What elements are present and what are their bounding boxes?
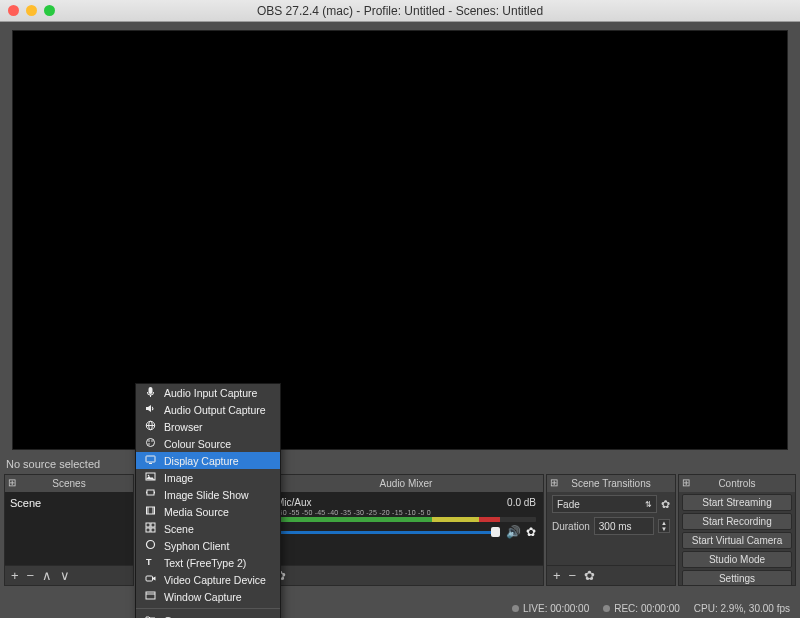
add-transition-button[interactable]: + bbox=[553, 569, 561, 582]
transitions-title: Scene Transitions bbox=[571, 478, 651, 489]
window-title: OBS 27.2.4 (mac) - Profile: Untitled - S… bbox=[0, 4, 800, 18]
display-icon bbox=[144, 454, 157, 467]
gear-icon[interactable]: ✿ bbox=[526, 525, 536, 539]
speaker-icon[interactable]: 🔊 bbox=[506, 525, 521, 539]
transition-select[interactable]: Fade ⇅ bbox=[552, 495, 657, 513]
source-type-text-freetype-2-[interactable]: Text (FreeType 2) bbox=[136, 554, 280, 571]
remove-transition-button[interactable]: − bbox=[569, 569, 577, 582]
camera-icon bbox=[144, 573, 157, 586]
controls-panel: ⊞Controls Start Streaming Start Recordin… bbox=[678, 474, 796, 586]
add-scene-button[interactable]: + bbox=[11, 569, 19, 582]
source-type-browser[interactable]: Browser bbox=[136, 418, 280, 435]
duration-stepper[interactable]: ▲▼ bbox=[658, 519, 670, 533]
source-type-colour-source[interactable]: Colour Source bbox=[136, 435, 280, 452]
minimize-icon[interactable] bbox=[26, 5, 37, 16]
scenes-title: Scenes bbox=[52, 478, 85, 489]
mic-icon bbox=[144, 386, 157, 399]
dock-icon[interactable]: ⊞ bbox=[8, 477, 16, 488]
rec-status: REC: 00:00:00 bbox=[603, 603, 680, 614]
text-icon bbox=[144, 556, 157, 569]
transitions-panel: ⊞Scene Transitions Fade ⇅ ✿ Duration 300… bbox=[546, 474, 676, 586]
chevron-updown-icon: ⇅ bbox=[645, 500, 652, 509]
window-icon bbox=[144, 590, 157, 603]
slides-icon bbox=[144, 488, 157, 501]
dock-icon[interactable]: ⊞ bbox=[550, 477, 558, 488]
speaker-icon bbox=[144, 403, 157, 416]
folder-icon bbox=[144, 614, 157, 618]
maximize-icon[interactable] bbox=[44, 5, 55, 16]
scenes-panel: ⊞Scenes Scene + − ∧ ∨ bbox=[4, 474, 134, 586]
mixer-scale: -60 -55 -50 -45 -40 -35 -30 -25 -20 -15 … bbox=[276, 509, 536, 516]
source-type-image[interactable]: Image bbox=[136, 469, 280, 486]
source-type-video-capture-device[interactable]: Video Capture Device bbox=[136, 571, 280, 588]
add-source-context-menu: Audio Input CaptureAudio Output CaptureB… bbox=[135, 383, 281, 618]
transition-gear-icon[interactable]: ✿ bbox=[661, 498, 670, 511]
close-icon[interactable] bbox=[8, 5, 19, 16]
duration-input[interactable]: 300 ms bbox=[594, 517, 654, 535]
source-type-audio-input-capture[interactable]: Audio Input Capture bbox=[136, 384, 280, 401]
volume-slider[interactable] bbox=[276, 527, 500, 537]
source-type-display-capture[interactable]: Display Capture bbox=[136, 452, 280, 469]
source-type-window-capture[interactable]: Window Capture bbox=[136, 588, 280, 605]
window-titlebar: OBS 27.2.4 (mac) - Profile: Untitled - S… bbox=[0, 0, 800, 22]
mixer-title: Audio Mixer bbox=[380, 478, 433, 489]
palette-icon bbox=[144, 437, 157, 450]
audio-meter bbox=[276, 517, 536, 522]
preview-canvas[interactable] bbox=[12, 30, 788, 450]
live-status: LIVE: 00:00:00 bbox=[512, 603, 589, 614]
duration-label: Duration bbox=[552, 521, 590, 532]
source-type-syphon-client[interactable]: Syphon Client bbox=[136, 537, 280, 554]
source-type-media-source[interactable]: Media Source bbox=[136, 503, 280, 520]
mixer-channel-name: Mic/Aux bbox=[276, 497, 312, 508]
studio-mode-button[interactable]: Studio Mode bbox=[682, 551, 792, 568]
source-type-audio-output-capture[interactable]: Audio Output Capture bbox=[136, 401, 280, 418]
transition-props-button[interactable]: ✿ bbox=[584, 569, 595, 582]
scene-item[interactable]: Scene bbox=[10, 495, 128, 511]
start-streaming-button[interactable]: Start Streaming bbox=[682, 494, 792, 511]
settings-button[interactable]: Settings bbox=[682, 570, 792, 585]
mixer-level-db: 0.0 dB bbox=[507, 497, 536, 508]
globe-icon bbox=[144, 420, 157, 433]
source-type-group[interactable]: Group bbox=[136, 612, 280, 618]
film-icon bbox=[144, 505, 157, 518]
scene-icon bbox=[144, 522, 157, 535]
controls-title: Controls bbox=[718, 478, 755, 489]
circle-icon bbox=[144, 539, 157, 552]
cpu-status: CPU: 2.9%, 30.00 fps bbox=[694, 603, 790, 614]
scene-up-button[interactable]: ∧ bbox=[42, 569, 52, 582]
source-type-image-slide-show[interactable]: Image Slide Show bbox=[136, 486, 280, 503]
status-bar: LIVE: 00:00:00 REC: 00:00:00 CPU: 2.9%, … bbox=[0, 598, 800, 618]
no-source-selected-label: No source selected bbox=[0, 454, 800, 474]
image-icon bbox=[144, 471, 157, 484]
scene-down-button[interactable]: ∨ bbox=[60, 569, 70, 582]
start-recording-button[interactable]: Start Recording bbox=[682, 513, 792, 530]
source-type-scene[interactable]: Scene bbox=[136, 520, 280, 537]
audio-mixer-panel: ⊞Audio Mixer Mic/Aux 0.0 dB -60 -55 -50 … bbox=[268, 474, 544, 586]
remove-scene-button[interactable]: − bbox=[27, 569, 35, 582]
start-virtual-camera-button[interactable]: Start Virtual Camera bbox=[682, 532, 792, 549]
dock-icon[interactable]: ⊞ bbox=[682, 477, 690, 488]
